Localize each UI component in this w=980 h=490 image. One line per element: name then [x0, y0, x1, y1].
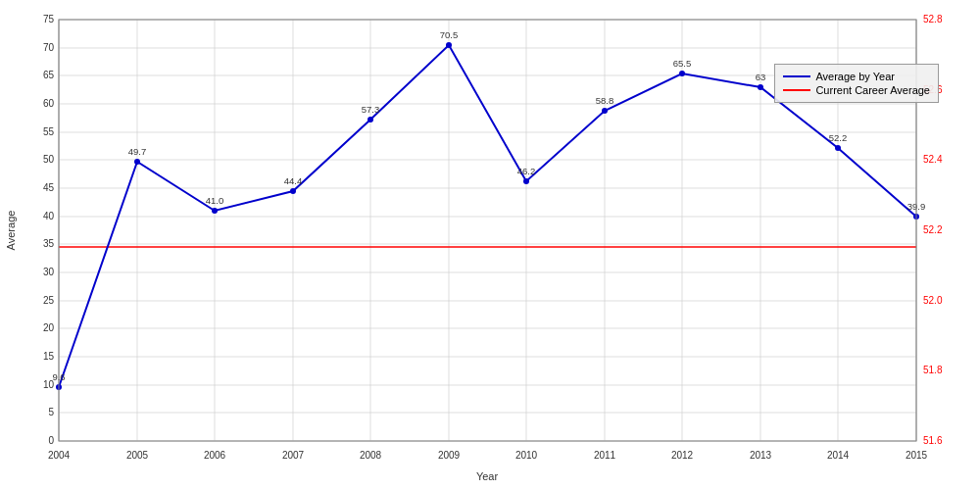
- y-tick-45: 45: [43, 182, 55, 193]
- dot-2013: [758, 84, 763, 90]
- dot-2011: [602, 108, 608, 114]
- y-tick-55: 55: [43, 126, 55, 137]
- y-right-tick-518: 51.8: [923, 365, 943, 375]
- y-right-tick-516: 51.6: [923, 435, 943, 446]
- y-tick-40: 40: [43, 211, 55, 221]
- label-2009: 70.5: [440, 29, 459, 40]
- dot-2010: [523, 178, 529, 184]
- x-tick-2011: 2011: [594, 450, 616, 461]
- x-tick-2014: 2014: [827, 450, 850, 461]
- y-tick-20: 20: [43, 322, 55, 333]
- y-right-tick-524: 52.4: [923, 154, 943, 165]
- y-right-tick-528: 52.8: [923, 14, 943, 24]
- label-2014: 52.2: [829, 132, 848, 143]
- legend-item-career: Current Career Average: [783, 84, 930, 96]
- label-2011: 58.8: [596, 95, 614, 106]
- y-tick-70: 70: [43, 42, 55, 53]
- y-tick-5: 5: [48, 407, 54, 417]
- y-axis-label: Average: [5, 211, 17, 251]
- legend-item-avg: Average by Year: [783, 71, 930, 82]
- y-tick-35: 35: [43, 238, 55, 249]
- dot-2006: [212, 208, 218, 214]
- y-tick-30: 30: [43, 267, 55, 277]
- label-2008: 57.3: [362, 104, 380, 115]
- label-2005: 49.7: [128, 146, 147, 157]
- label-2010: 46.2: [517, 166, 536, 176]
- x-tick-2013: 2013: [750, 450, 772, 461]
- dot-2008: [368, 117, 373, 122]
- y-tick-75: 75: [43, 14, 55, 24]
- x-tick-2010: 2010: [515, 450, 538, 461]
- y-tick-0: 0: [48, 435, 54, 446]
- label-2013: 63: [756, 72, 766, 82]
- dot-2009: [446, 42, 452, 48]
- y-tick-50: 50: [43, 154, 55, 165]
- y-tick-25: 25: [43, 295, 55, 306]
- x-tick-2005: 2005: [126, 450, 149, 461]
- dot-2014: [835, 145, 841, 151]
- label-2006: 41.0: [206, 195, 224, 206]
- dot-2012: [679, 71, 685, 76]
- x-tick-2006: 2006: [204, 450, 226, 461]
- y-tick-60: 60: [43, 98, 55, 109]
- x-tick-2012: 2012: [671, 450, 694, 461]
- y-tick-15: 15: [43, 351, 55, 362]
- x-tick-2008: 2008: [360, 450, 382, 461]
- dot-2005: [134, 159, 140, 165]
- label-2012: 65.5: [673, 58, 692, 69]
- label-2007: 44.4: [284, 175, 303, 186]
- x-axis-label: Year: [476, 470, 499, 482]
- legend-career-label: Current Career Average: [815, 84, 930, 96]
- dot-2007: [290, 188, 296, 194]
- y-tick-65: 65: [43, 70, 55, 80]
- legend-box: Average by Year Current Career Average: [774, 64, 939, 103]
- legend-avg-label: Average by Year: [815, 71, 895, 82]
- x-tick-2004: 2004: [48, 450, 71, 461]
- x-tick-2015: 2015: [906, 450, 928, 461]
- y-right-tick-522: 52.2: [923, 224, 943, 235]
- x-tick-2009: 2009: [438, 450, 461, 461]
- x-tick-2007: 2007: [282, 450, 305, 461]
- y-right-tick-520: 52.0: [923, 295, 943, 306]
- legend-line-avg: [783, 75, 810, 77]
- chart-container: 0 5 10 15 20 25 30 35 40 45 50 55: [0, 0, 980, 490]
- legend-line-career: [783, 89, 810, 91]
